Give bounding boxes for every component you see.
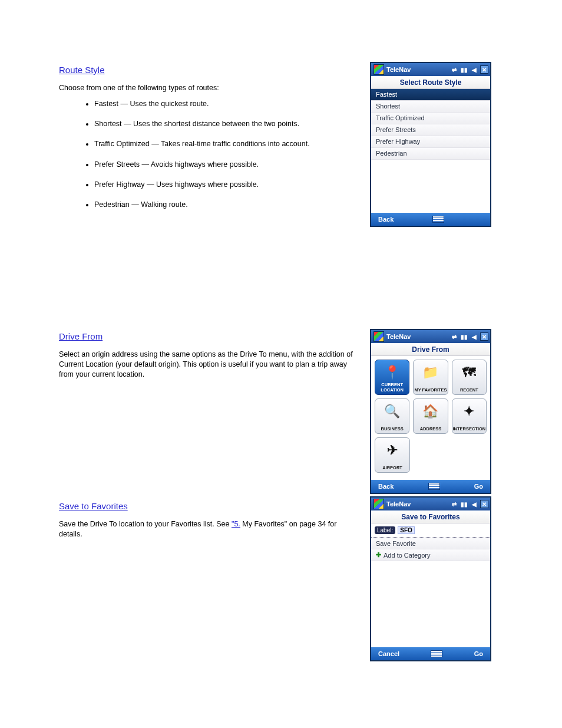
list-item: Fastest — Uses the quickest route. [94, 99, 359, 108]
close-icon[interactable]: ✕ [480, 500, 488, 508]
volume-icon: ◀ [470, 500, 478, 508]
option-traffic[interactable]: Traffic Optimized [371, 113, 490, 124]
route-style-intro: Choose from one of the following types o… [59, 83, 359, 93]
label-caption: Label: [375, 526, 395, 534]
list-item: Traffic Optimized — Takes real-time traf… [94, 139, 359, 149]
save-favorite-item[interactable]: Save Favorite [371, 538, 490, 549]
folder-icon: 📁 [421, 364, 441, 381]
signal-icon: ▮▮ [460, 65, 468, 74]
tile-recent[interactable]: 🗺RECENT [452, 360, 487, 395]
save-fav-xref[interactable]: "5. [232, 520, 240, 528]
option-shortest[interactable]: Shortest [371, 101, 490, 113]
map-icon: 🗺 [459, 364, 479, 381]
list-item: Prefer Streets — Avoids highways where p… [94, 160, 359, 169]
option-streets[interactable]: Prefer Streets [371, 124, 490, 136]
titlebar: TeleNav ⇄ ▮▮ ◀ ✕ [371, 330, 490, 343]
save-fav-pre: Save the Drive To location to your Favor… [59, 520, 232, 528]
tile-my-favorites[interactable]: 📁MY FAVORITES [413, 360, 448, 395]
start-icon [373, 64, 384, 75]
screenshot-save-favorites: TeleNav ⇄ ▮▮ ◀ ✕ Save to Favorites Label… [370, 496, 491, 661]
option-highway[interactable]: Prefer Highway [371, 136, 490, 148]
signal-icon: ▮▮ [460, 332, 468, 341]
house-icon: 🏠 [421, 403, 441, 420]
pin-icon: 📍 [382, 364, 402, 381]
drive-from-grid: 📍CURRENT LOCATION 📁MY FAVORITES 🗺RECENT … [371, 356, 490, 480]
save-fav-form: Label: SFO Save Favorite ✚ Add to Catego… [371, 523, 490, 647]
drive-from-body: Select an origin address using the same … [59, 350, 359, 380]
tile-intersection[interactable]: ✦INTERSECTION [452, 398, 487, 434]
screen-title: Drive From [371, 343, 490, 356]
save-fav-body: Save the Drive To location to your Favor… [59, 519, 359, 539]
list-item: Pedestrian — Walking route. [94, 200, 359, 209]
route-style-list: Fastest — Uses the quickest route. Short… [59, 99, 359, 210]
heading-save-favorites[interactable]: Save to Favorites [59, 501, 128, 511]
close-icon[interactable]: ✕ [480, 332, 488, 341]
intersection-icon: ✦ [459, 403, 479, 420]
tile-airport[interactable]: ✈AIRPORT [375, 437, 410, 473]
softkey-go[interactable]: Go [474, 650, 483, 657]
softkey-cancel[interactable]: Cancel [378, 650, 399, 657]
tile-current-location[interactable]: 📍CURRENT LOCATION [375, 360, 409, 395]
add-to-category-item[interactable]: ✚ Add to Category [371, 549, 490, 561]
sync-icon: ⇄ [450, 65, 458, 74]
plus-icon: ✚ [376, 551, 381, 559]
sync-icon: ⇄ [450, 332, 458, 341]
app-title: TeleNav [386, 333, 450, 340]
screen-title: Select Route Style [371, 76, 490, 89]
screen-title: Save to Favorites [371, 510, 490, 523]
app-title: TeleNav [386, 500, 450, 508]
plane-icon: ✈ [382, 442, 402, 459]
option-pedestrian[interactable]: Pedestrian [371, 148, 490, 160]
softkey-go[interactable]: Go [474, 483, 483, 490]
keyboard-icon[interactable] [432, 216, 444, 223]
tile-business[interactable]: 🔍BUSINESS [375, 398, 409, 434]
volume-icon: ◀ [470, 332, 478, 341]
screenshot-drive-from: TeleNav ⇄ ▮▮ ◀ ✕ Drive From 📍CURRENT LOC… [370, 329, 491, 494]
option-fastest[interactable]: Fastest [371, 89, 490, 101]
softkey-bar: Back Go [371, 480, 490, 493]
signal-icon: ▮▮ [460, 500, 468, 508]
label-value-input[interactable]: SFO [398, 526, 415, 534]
screenshot-route-style: TeleNav ⇄ ▮▮ ◀ ✕ Select Route Style Fast… [370, 62, 491, 227]
route-style-options: Fastest Shortest Traffic Optimized Prefe… [371, 89, 490, 213]
titlebar: TeleNav ⇄ ▮▮ ◀ ✕ [371, 63, 490, 76]
titlebar: TeleNav ⇄ ▮▮ ◀ ✕ [371, 498, 490, 510]
list-item: Shortest — Uses the shortest distance be… [94, 119, 359, 129]
softkey-bar: Cancel Go [371, 647, 490, 660]
sync-icon: ⇄ [450, 500, 458, 508]
softkey-bar: Back [371, 213, 490, 226]
close-icon[interactable]: ✕ [480, 65, 488, 74]
heading-route-style[interactable]: Route Style [59, 65, 105, 75]
keyboard-icon[interactable] [428, 483, 440, 490]
start-icon [373, 331, 384, 342]
tile-address[interactable]: 🏠ADDRESS [413, 398, 448, 434]
app-title: TeleNav [386, 66, 450, 73]
list-item: Prefer Highway — Uses highways where pos… [94, 180, 359, 189]
softkey-back[interactable]: Back [378, 216, 394, 223]
softkey-back[interactable]: Back [378, 483, 394, 490]
search-icon: 🔍 [382, 403, 402, 420]
keyboard-icon[interactable] [431, 650, 442, 657]
volume-icon: ◀ [470, 65, 478, 74]
heading-drive-from[interactable]: Drive From [59, 331, 103, 341]
start-icon [373, 499, 384, 509]
label-row: Label: SFO [371, 523, 490, 538]
